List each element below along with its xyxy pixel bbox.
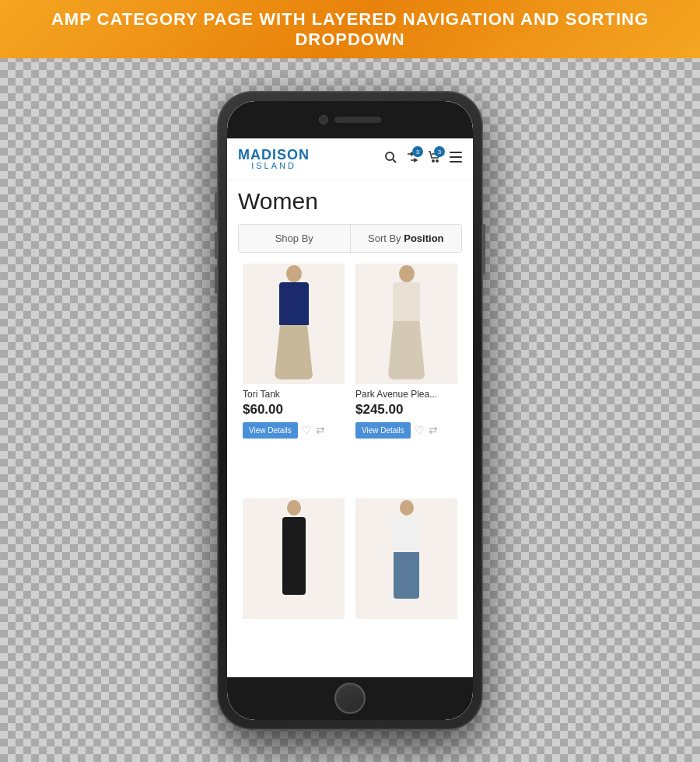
product-image-3 — [243, 498, 345, 619]
svg-point-3 — [436, 160, 438, 162]
home-button[interactable] — [334, 683, 366, 714]
figure-pants — [394, 552, 419, 599]
product-figure-4 — [383, 500, 430, 617]
svg-rect-4 — [450, 152, 462, 153]
figure-head — [287, 500, 301, 516]
screen-content: MADISON ISLAND — [227, 138, 473, 677]
filter-bar: Shop By Sort By Position — [238, 224, 462, 253]
header: MADISON ISLAND — [227, 138, 473, 180]
product-card-4 — [351, 494, 462, 677]
wishlist-icon-2[interactable]: ♡ — [415, 424, 425, 436]
search-button[interactable] — [384, 151, 397, 166]
banner-text: AMP CATEGORY PAGE WITH LAYERED NAVIGATIO… — [0, 9, 700, 50]
product-actions-2: View Details ♡ ⇄ — [355, 422, 457, 439]
phone-speaker — [334, 117, 381, 123]
product-figure-3 — [271, 500, 317, 617]
figure-head — [399, 265, 415, 282]
category-title: Women — [227, 180, 473, 221]
wishlist-icon-1[interactable]: ♡ — [302, 424, 312, 436]
menu-button[interactable] — [450, 152, 462, 166]
view-details-button-2[interactable]: View Details — [355, 422, 411, 439]
figure-body — [282, 517, 306, 595]
product-figure-1 — [271, 265, 317, 382]
compare-icon-1[interactable]: ⇄ — [316, 424, 325, 436]
product-price-2: $245.00 — [355, 402, 457, 418]
cart-badge: 3 — [434, 146, 445, 157]
figure-skirt — [275, 325, 313, 379]
svg-rect-6 — [450, 161, 462, 163]
phone-top-bar — [227, 101, 473, 138]
compare-button[interactable]: 3 — [406, 151, 418, 166]
header-icons: 3 3 — [384, 151, 462, 166]
product-price-1: $60.00 — [243, 402, 345, 418]
product-actions-1: View Details ♡ ⇄ — [243, 422, 345, 439]
svg-line-1 — [393, 159, 396, 163]
product-grid: Tori Tank $60.00 View Details ♡ ⇄ — [227, 259, 473, 677]
product-image-2 — [355, 264, 457, 384]
product-image-4 — [355, 498, 457, 619]
figure-torso — [279, 282, 309, 325]
figure-skirt — [388, 321, 425, 379]
figure-head — [286, 265, 302, 282]
cart-button[interactable]: 3 — [428, 151, 440, 166]
product-card-2: Park Avenue Plea... $245.00 View Details… — [351, 259, 462, 492]
product-image-1 — [243, 264, 345, 384]
product-name-2: Park Avenue Plea... — [355, 389, 457, 400]
product-card-3 — [238, 494, 349, 677]
figure-torso — [393, 282, 420, 321]
figure-head — [400, 500, 414, 516]
phone-screen: MADISON ISLAND — [227, 101, 473, 720]
phone-bottom — [227, 677, 473, 720]
compare-icon-2[interactable]: ⇄ — [429, 424, 438, 436]
product-figure-2 — [383, 265, 430, 382]
product-name-1: Tori Tank — [243, 389, 345, 400]
banner: AMP CATEGORY PAGE WITH LAYERED NAVIGATIO… — [0, 0, 700, 58]
logo-madison: MADISON — [238, 148, 310, 162]
svg-rect-5 — [450, 156, 462, 158]
compare-badge: 3 — [412, 146, 423, 157]
svg-point-2 — [432, 160, 434, 162]
logo-island: ISLAND — [238, 162, 310, 170]
shop-by-button[interactable]: Shop By — [239, 225, 351, 252]
sort-by-button[interactable]: Sort By Position — [351, 225, 462, 252]
phone-device: MADISON ISLAND — [218, 92, 482, 729]
phone-wrapper: MADISON ISLAND — [0, 58, 700, 762]
svg-point-0 — [386, 152, 394, 160]
logo: MADISON ISLAND — [238, 148, 310, 170]
product-card-1: Tori Tank $60.00 View Details ♡ ⇄ — [238, 259, 349, 492]
view-details-button-1[interactable]: View Details — [243, 422, 298, 439]
phone-camera — [319, 115, 328, 124]
sort-by-label: Sort By — [368, 232, 404, 244]
figure-top — [393, 517, 420, 552]
sort-by-value: Position — [404, 232, 443, 244]
